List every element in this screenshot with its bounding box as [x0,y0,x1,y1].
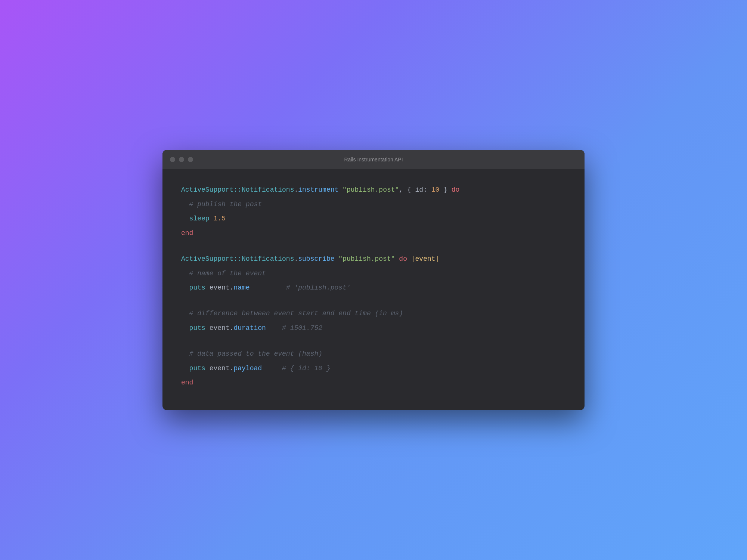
titlebar: Rails Instrumentation API [162,150,585,169]
code-line-2: # publish the post [181,199,566,210]
code-line-12: end [181,377,566,389]
token-number-2: 1.5 [213,215,225,222]
token-puts-2: puts [189,324,205,332]
code-line-8: # difference between event start and end… [181,308,566,319]
close-button[interactable] [170,157,175,162]
traffic-lights [170,157,193,162]
token-comment-inline-2: # 1501.752 [282,324,322,332]
window-title: Rails Instrumentation API [344,157,403,163]
token-string-2: "publish.post" [338,255,395,263]
maximize-button[interactable] [188,157,193,162]
token-comment: # publish the post [189,201,262,208]
code-line-6: # name of the event [181,268,566,279]
blank-line-3 [181,337,566,349]
token-keyword: do [452,186,460,194]
token-builtin: sleep [189,215,210,222]
code-line-1: ActiveSupport::Notifications.instrument … [181,184,566,196]
token-attr-1: name [233,284,249,291]
token-keyword-2: do [399,255,407,263]
token-pipe: |event| [411,255,440,263]
token-end-2: end [181,379,193,386]
token-puts-3: puts [189,365,205,372]
code-line-4: end [181,228,566,239]
code-line-5: ActiveSupport::Notifications.subscribe "… [181,253,566,265]
blank-line-2 [181,297,566,308]
code-line-9: puts event.duration # 1501.752 [181,322,566,334]
token-comment-4: # data passed to the event (hash) [189,350,322,358]
token-comment-3: # difference between event start and end… [189,310,403,317]
blank-line-1 [181,242,566,253]
token-attr-3: payload [233,365,262,372]
token-end-1: end [181,229,193,237]
code-line-10: # data passed to the event (hash) [181,348,566,360]
code-line-11: puts event.payload # { id: 10 } [181,363,566,374]
code-line-3: sleep 1.5 [181,213,566,225]
token-comment-inline-1: # 'publish.post' [286,284,351,291]
token-comment-inline-3: # { id: 10 } [282,365,331,372]
code-line-7: puts event.name # 'publish.post' [181,282,566,294]
code-editor: ActiveSupport::Notifications.instrument … [162,169,585,410]
window: Rails Instrumentation API ActiveSupport:… [162,150,585,410]
token-number: 10 [431,186,440,194]
token-method: instrument [298,186,338,194]
token-puts-1: puts [189,284,205,291]
token-class-2: ActiveSupport::Notifications [181,255,294,263]
token-attr-2: duration [233,324,266,332]
token-comment-2: # name of the event [189,270,266,277]
token-method-2: subscribe [298,255,334,263]
minimize-button[interactable] [179,157,184,162]
token-class: ActiveSupport::Notifications [181,186,294,194]
token-string: "publish.post" [342,186,399,194]
